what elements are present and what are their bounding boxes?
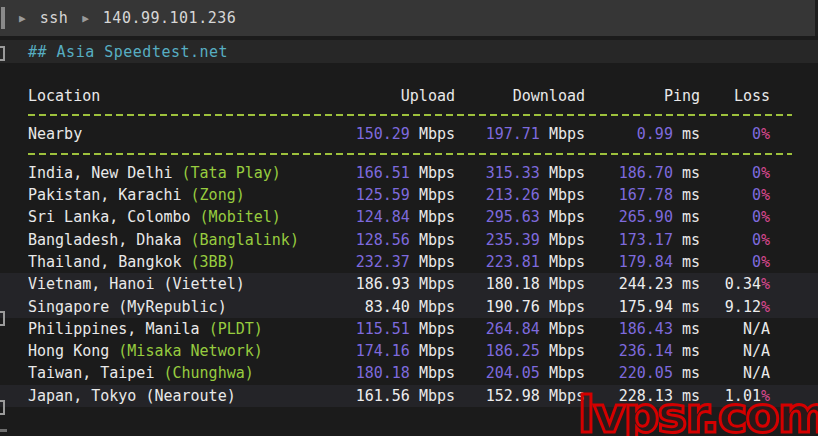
header-upload: Upload <box>305 87 455 105</box>
ping-cell: 0.99ms <box>585 125 700 143</box>
loss-suffix: % <box>761 275 770 293</box>
loss-cell: 0% <box>700 125 770 143</box>
loss-cell: 0% <box>700 208 770 226</box>
location-provider: (Zong) <box>191 186 245 204</box>
loss-cell: N/A <box>700 342 770 360</box>
location-cell: Pakistan, Karachi (Zong) <box>28 186 305 204</box>
download-cell: 315.33Mbps <box>455 164 585 182</box>
ping-value: 244.23 <box>619 275 673 293</box>
chevron-right-icon: ▶ <box>82 13 89 24</box>
upload-unit: Mbps <box>419 320 455 338</box>
edge-fragment <box>0 400 5 415</box>
ping-value: 236.14 <box>619 342 673 360</box>
download-value: 186.25 <box>486 342 540 360</box>
ping-value: 186.43 <box>619 320 673 338</box>
table-row: Taiwan, Taipei (Chunghwa) 180.18Mbps 204… <box>28 362 770 384</box>
chevron-right-icon: ▶ <box>19 13 26 24</box>
download-value: 204.05 <box>486 364 540 382</box>
upload-unit: Mbps <box>419 387 455 405</box>
upload-cell: 150.29Mbps <box>305 125 455 143</box>
edge-fragment <box>0 429 7 432</box>
download-value: 213.26 <box>486 186 540 204</box>
download-cell: 152.98Mbps <box>455 387 585 405</box>
location-cell: Japan, Tokyo (Nearoute) <box>28 387 305 405</box>
upload-value: 161.56 <box>356 387 410 405</box>
location-name: Bangladesh, Dhaka <box>28 231 191 249</box>
download-unit: Mbps <box>549 208 585 226</box>
ping-unit: ms <box>682 164 700 182</box>
table-row: India, New Delhi (Tata Play) 166.51Mbps … <box>28 162 770 184</box>
table-row: Nearby 150.29Mbps 197.71Mbps 0.99ms 0% <box>28 123 770 145</box>
table-body: Nearby 150.29Mbps 197.71Mbps 0.99ms 0% I… <box>28 123 770 407</box>
location-cell: Taiwan, Taipei (Chunghwa) <box>28 364 305 382</box>
ping-unit: ms <box>682 186 700 204</box>
download-value: 235.39 <box>486 231 540 249</box>
ping-unit: ms <box>682 231 700 249</box>
download-value: 223.81 <box>486 253 540 271</box>
upload-unit: Mbps <box>419 186 455 204</box>
upload-cell: 166.51Mbps <box>305 164 455 182</box>
ping-unit: ms <box>682 320 700 338</box>
download-unit: Mbps <box>549 342 585 360</box>
download-cell: 180.18Mbps <box>455 275 585 293</box>
loss-suffix: % <box>761 125 770 143</box>
loss-value: N/A <box>743 342 770 360</box>
table-row: Vietnam, Hanoi (Viettel) 186.93Mbps 180.… <box>0 273 818 295</box>
download-value: 180.18 <box>486 275 540 293</box>
header-loss: Loss <box>700 87 770 105</box>
speedtest-table: Location Upload Download Ping Loss Nearb… <box>0 63 818 407</box>
upload-unit: Mbps <box>419 164 455 182</box>
upload-cell: 115.51Mbps <box>305 320 455 338</box>
ping-cell: 175.94ms <box>585 298 700 316</box>
download-unit: Mbps <box>549 125 585 143</box>
dashed-separator <box>28 111 770 119</box>
loss-suffix: % <box>761 387 770 405</box>
location-name: Thailand, Bangkok <box>28 253 191 271</box>
ping-value: 220.05 <box>619 364 673 382</box>
download-unit: Mbps <box>549 275 585 293</box>
loss-value: 1.01 <box>725 387 761 405</box>
table-row: Pakistan, Karachi (Zong) 125.59Mbps 213.… <box>28 184 770 206</box>
loss-suffix: % <box>761 186 770 204</box>
upload-cell: 232.37Mbps <box>305 253 455 271</box>
loss-cell: 9.12% <box>700 298 770 316</box>
location-name: Hong Kong <box>28 342 118 360</box>
upload-value: 180.18 <box>356 364 410 382</box>
loss-value: 0 <box>752 231 761 249</box>
ping-unit: ms <box>682 208 700 226</box>
location-provider: (Chunghwa) <box>163 364 253 382</box>
loss-cell: 0% <box>700 164 770 182</box>
location-cell: Nearby <box>28 125 305 143</box>
location-cell: India, New Delhi (Tata Play) <box>28 164 305 182</box>
loss-cell: 0% <box>700 186 770 204</box>
loss-cell: 0% <box>700 253 770 271</box>
download-unit: Mbps <box>549 387 585 405</box>
loss-cell: 0% <box>700 231 770 249</box>
section-banner: ## Asia Speedtest.net <box>0 40 818 63</box>
location-provider: (PLDT) <box>209 320 263 338</box>
download-cell: 295.63Mbps <box>455 208 585 226</box>
upload-cell: 161.56Mbps <box>305 387 455 405</box>
download-unit: Mbps <box>549 186 585 204</box>
terminal-tab-bar[interactable]: ▶ ssh ▶ 140.99.101.236 <box>0 0 818 36</box>
table-row: Singapore (MyRepublic) 83.40Mbps 190.76M… <box>0 295 818 317</box>
host-segment: 140.99.101.236 <box>103 9 236 27</box>
ping-cell: 173.17ms <box>585 231 700 249</box>
ping-unit: ms <box>682 364 700 382</box>
table-row: Thailand, Bangkok (3BB) 232.37Mbps 223.8… <box>28 251 770 273</box>
location-provider: (Mobitel) <box>200 208 281 226</box>
header-location: Location <box>28 87 305 105</box>
location-cell: Vietnam, Hanoi (Viettel) <box>28 275 305 293</box>
loss-value: 0 <box>752 125 761 143</box>
upload-unit: Mbps <box>419 231 455 249</box>
header-download: Download <box>455 87 585 105</box>
upload-unit: Mbps <box>419 342 455 360</box>
ping-cell: 236.14ms <box>585 342 700 360</box>
download-value: 152.98 <box>486 387 540 405</box>
download-cell: 223.81Mbps <box>455 253 585 271</box>
loss-value: 0 <box>752 208 761 226</box>
location-cell: Singapore (MyRepublic) <box>28 298 305 316</box>
location-name: Pakistan, Karachi <box>28 186 191 204</box>
ping-value: 228.13 <box>619 387 673 405</box>
upload-unit: Mbps <box>419 125 455 143</box>
